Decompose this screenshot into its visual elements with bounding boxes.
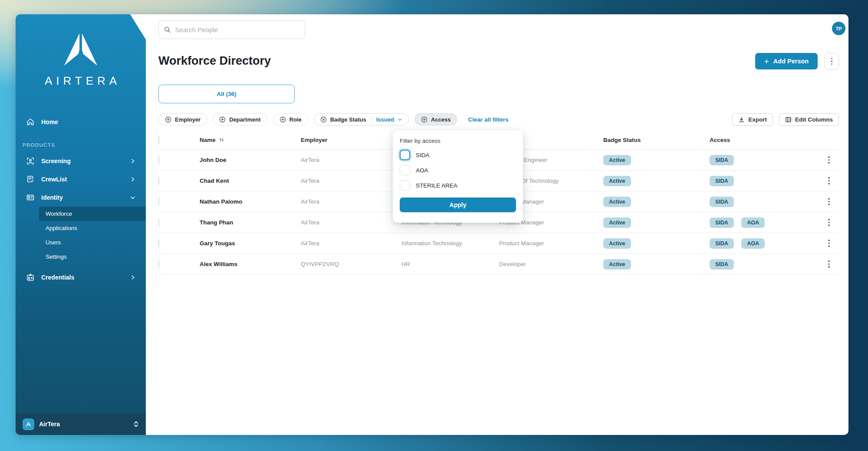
access-pill: SIDA (710, 217, 734, 228)
checkbox[interactable] (400, 180, 410, 191)
badge-status-pill: Active (603, 155, 631, 165)
chevron-right-icon (130, 177, 135, 182)
workspace-name: AirTera (39, 421, 128, 428)
access-pill: AOA (741, 217, 765, 228)
main-content: TP Workforce Directory + Add Person All … (146, 14, 848, 435)
column-header-badge-status[interactable]: Badge Status (603, 137, 710, 143)
cell-employer: AirTera (301, 198, 401, 205)
columns-icon (785, 116, 792, 123)
kebab-icon (831, 58, 833, 65)
circle-x-icon (320, 116, 327, 123)
column-header-access[interactable]: Access (710, 137, 809, 143)
column-header-employer[interactable]: Employer (301, 137, 401, 143)
sidebar-item-applications[interactable]: Applications (16, 221, 146, 235)
sort-icon[interactable] (219, 137, 224, 143)
table-row: Alex Williams QYIVPPZVRQ HR Developer Ac… (158, 254, 838, 275)
download-icon (738, 116, 745, 123)
sidebar-item-screening[interactable]: Screening (16, 152, 146, 170)
apply-button[interactable]: Apply (400, 198, 516, 212)
cell-name: Thang Phan (200, 219, 301, 226)
sidebar-item-credentials[interactable]: Credentials (16, 268, 146, 286)
filter-chip-access[interactable]: Access (414, 113, 457, 125)
row-actions-kebab[interactable] (826, 240, 832, 247)
sidebar-item-identity[interactable]: Identity (16, 188, 146, 207)
app-frame: AIRTERA Home PRODUCTS Screening (0, 0, 868, 451)
sidebar-item-label: CrewList (41, 176, 67, 183)
sidebar-item-users[interactable]: Users (16, 235, 146, 250)
column-header-name[interactable]: Name (200, 137, 301, 143)
checkbox[interactable] (400, 150, 410, 160)
circle-plus-icon (279, 116, 286, 123)
chevron-down-icon (398, 117, 402, 122)
row-checkbox[interactable] (158, 239, 159, 247)
edit-columns-button[interactable]: Edit Columns (779, 113, 839, 126)
checkbox[interactable] (400, 165, 410, 175)
brand-wordmark: AIRTERA (16, 74, 146, 88)
chevron-right-icon (130, 158, 135, 164)
sidebar-item-settings[interactable]: Settings (16, 250, 146, 264)
cell-name: John Doe (200, 157, 301, 163)
search-input[interactable] (175, 26, 299, 33)
page-more-actions-button[interactable] (825, 53, 839, 69)
row-actions-kebab[interactable] (826, 260, 832, 268)
row-checkbox[interactable] (158, 198, 159, 206)
cell-employer: AirTera (301, 219, 401, 226)
clear-all-filters-link[interactable]: Clear all filters (468, 116, 508, 123)
popup-title: Filter by access (400, 138, 516, 144)
table-row: Gary Tougas AirTera Information Technolo… (158, 233, 838, 254)
row-actions-kebab[interactable] (826, 156, 832, 164)
sidebar-item-label: Identity (41, 194, 63, 201)
tab-all[interactable]: All (36) (158, 85, 295, 103)
cell-employer: AirTera (301, 240, 401, 247)
filter-row: Employer Department Role (158, 113, 509, 125)
export-button[interactable]: Export (732, 113, 773, 126)
crewlist-icon (26, 175, 35, 184)
circle-plus-icon (165, 116, 171, 123)
cell-employer: AirTera (301, 178, 401, 184)
table-actions: Export Edit Columns (732, 113, 839, 126)
cell-role: Developer (499, 261, 603, 267)
home-icon (26, 118, 35, 126)
row-actions-kebab[interactable] (826, 177, 832, 184)
circle-plus-icon (219, 116, 226, 123)
select-updown-icon (133, 421, 139, 428)
row-actions-kebab[interactable] (826, 219, 832, 226)
filter-chip-employer[interactable]: Employer (158, 113, 207, 125)
sidebar-item-workforce[interactable]: Workforce (39, 207, 146, 221)
access-filter-popup: Filter by access SIDA AOA STERILE AREA A… (393, 130, 523, 223)
select-all-checkbox[interactable] (158, 135, 159, 144)
filter-chip-department[interactable]: Department (213, 113, 267, 125)
filter-chip-badge-status[interactable]: Badge Status Issued (314, 113, 409, 125)
access-pill: SIDA (710, 238, 734, 249)
access-pill: SIDA (710, 155, 734, 165)
chip-divider (371, 116, 372, 123)
badge-status-pill: Active (603, 217, 631, 228)
access-option-aoa[interactable]: AOA (400, 165, 516, 175)
workspace-switcher[interactable]: AirTera (16, 413, 146, 435)
airtera-logo-icon (58, 31, 103, 68)
access-option-sida[interactable]: SIDA (400, 150, 516, 160)
cell-department: HR (401, 261, 499, 267)
badge-status-pill: Active (603, 238, 631, 249)
screening-icon (26, 157, 35, 165)
chevron-right-icon (130, 275, 135, 280)
avatar[interactable]: TP (832, 22, 845, 35)
access-pill: SIDA (710, 176, 734, 186)
search-box (158, 20, 305, 39)
search-icon (164, 26, 171, 33)
add-person-button[interactable]: + Add Person (755, 53, 818, 69)
access-option-sterile-area[interactable]: STERILE AREA (400, 180, 516, 191)
row-checkbox[interactable] (158, 177, 159, 185)
cell-role: Product Manager (499, 240, 603, 247)
workspace-logo-icon (23, 418, 34, 430)
sidebar-item-crewlist[interactable]: CrewList (16, 170, 146, 188)
sidebar-item-home[interactable]: Home (16, 113, 146, 131)
row-checkbox[interactable] (158, 156, 159, 164)
filter-chip-role[interactable]: Role (273, 113, 308, 125)
cell-employer: QYIVPPZVRQ (301, 261, 401, 267)
row-checkbox[interactable] (158, 260, 159, 268)
row-checkbox[interactable] (158, 218, 159, 227)
sidebar-section-products: PRODUCTS (16, 131, 146, 152)
badge-status-value[interactable]: Issued (376, 116, 394, 123)
row-actions-kebab[interactable] (826, 198, 832, 205)
